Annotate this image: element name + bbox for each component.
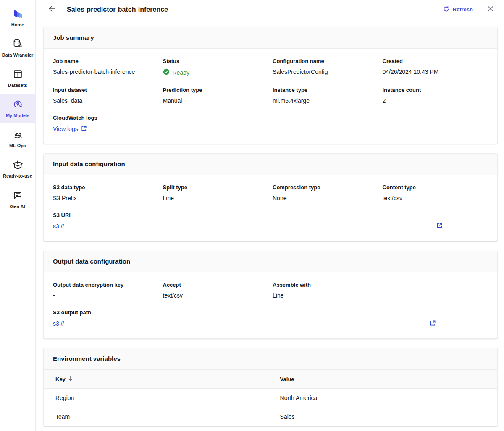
job-summary-card: Job summary Job name Sales-predictor-bat… <box>43 27 498 144</box>
page-header: Sales-predictor-batch-inference Refresh <box>36 0 504 19</box>
field-instance-type: Instance type ml.m5.4xlarge <box>273 87 378 104</box>
status-text: Ready <box>173 69 189 76</box>
refresh-icon <box>443 6 449 13</box>
field-label: Prediction type <box>163 87 269 93</box>
field-value: Manual <box>163 97 269 104</box>
field-label: Split type <box>163 184 269 191</box>
external-link-icon <box>81 125 87 133</box>
environment-variables-card: Environment variables Key <box>43 348 498 426</box>
sidebar-item-label: Gen AI <box>10 204 25 209</box>
field-s3-data-type: S3 data type S3 Prefix <box>53 184 159 201</box>
card-title: Input data configuration <box>53 160 125 167</box>
external-link-icon <box>436 222 443 230</box>
field-status: Status Ready <box>163 58 269 76</box>
sidebar-item-my-models[interactable]: My Models <box>0 94 35 123</box>
datasets-icon <box>12 68 24 80</box>
field-label: Accept <box>163 282 269 288</box>
link-label: s3:// <box>53 223 64 230</box>
field-label: Compression type <box>273 184 378 191</box>
output-config-card: Output data configuration Output data en… <box>43 251 498 339</box>
field-label: S3 URI <box>53 212 488 218</box>
field-accept: Accept text/csv <box>163 282 269 299</box>
field-job-name: Job name Sales-predictor-batch-inference <box>53 58 159 76</box>
env-key-cell: Team <box>44 407 268 426</box>
sidebar-item-label: ML Ops <box>9 143 26 148</box>
link-label: s3:// <box>53 320 64 327</box>
main-area: Sales-predictor-batch-inference Refresh … <box>36 0 504 431</box>
open-s3-output-button[interactable] <box>430 320 436 327</box>
sidebar-item-label: Data Wrangler <box>2 52 33 57</box>
field-input-dataset: Input dataset Sales_data <box>53 87 159 104</box>
field-label: Content type <box>383 184 488 191</box>
field-label: Job name <box>53 58 159 64</box>
field-label: Input dataset <box>53 87 159 93</box>
ml-ops-icon <box>12 129 24 140</box>
sidebar-item-ready-to-use[interactable]: Ready-to-use <box>0 154 35 184</box>
field-value: text/csv <box>163 292 269 299</box>
external-link-icon <box>430 320 436 327</box>
s3-output-path-link[interactable]: s3:// <box>53 320 64 327</box>
refresh-label: Refresh <box>453 6 473 13</box>
field-value: SalesPredictorConfig <box>273 68 378 75</box>
close-button[interactable] <box>487 5 494 13</box>
page-title: Sales-predictor-batch-inference <box>67 6 168 13</box>
sidebar-item-label: My Models <box>6 113 29 118</box>
environment-variables-header: Environment variables <box>44 348 497 370</box>
field-instance-count: Instance count 2 <box>383 87 488 104</box>
sidebar-item-data-wrangler[interactable]: Data Wrangler <box>0 34 35 63</box>
field-encryption-key: Output data encryption key - <box>53 282 159 299</box>
page-content: Job summary Job name Sales-predictor-bat… <box>36 19 504 431</box>
field-label: CloudWatch logs <box>53 115 488 121</box>
card-title: Environment variables <box>53 355 121 362</box>
field-value: Line <box>163 195 269 201</box>
field-label: Instance type <box>273 87 378 93</box>
field-label: Configuration name <box>273 58 378 64</box>
field-label: S3 output path <box>53 309 488 316</box>
open-s3-uri-button[interactable] <box>436 222 443 230</box>
sidebar-item-gen-ai[interactable]: Gen AI <box>0 185 35 214</box>
canvas-logo-icon <box>12 8 24 19</box>
env-value-cell: Sales <box>268 407 497 426</box>
field-split-type: Split type Line <box>163 184 269 201</box>
field-label: S3 data type <box>53 184 159 191</box>
back-button[interactable] <box>47 5 57 14</box>
field-configuration-name: Configuration name SalesPredictorConfig <box>273 58 378 76</box>
field-label: Status <box>163 58 269 64</box>
sidebar-item-label: Home <box>11 22 24 27</box>
sidebar-item-ml-ops[interactable]: ML Ops <box>0 124 35 154</box>
field-value: 2 <box>383 97 488 104</box>
env-key-cell: Region <box>44 389 268 407</box>
column-label: Value <box>280 376 294 382</box>
field-value: - <box>53 292 159 299</box>
field-cloudwatch-logs: CloudWatch logs View logs <box>53 115 488 133</box>
job-summary-header: Job summary <box>44 27 497 49</box>
field-s3-output-path: S3 output path s3:// <box>53 309 488 327</box>
field-label: Instance count <box>383 87 488 93</box>
field-created: Created 04/26/2024 10:43 PM <box>383 58 488 76</box>
sidebar-item-home[interactable]: Home <box>0 3 35 33</box>
link-label: View logs <box>53 125 78 132</box>
back-arrow-icon <box>48 5 56 14</box>
input-config-header: Input data configuration <box>44 154 497 175</box>
field-value: ml.m5.4xlarge <box>273 97 378 104</box>
sort-descending-icon <box>68 376 73 382</box>
field-value: Sales-predictor-batch-inference <box>53 68 159 75</box>
close-icon <box>487 5 494 13</box>
card-title: Output data configuration <box>53 258 130 265</box>
table-row: Team Sales <box>44 407 497 426</box>
refresh-button[interactable]: Refresh <box>443 6 473 13</box>
my-models-icon <box>12 99 24 110</box>
view-logs-link[interactable]: View logs <box>53 125 87 133</box>
column-header-value[interactable]: Value <box>268 370 497 389</box>
table-row: Region North America <box>44 389 497 407</box>
field-value: 04/26/2024 10:43 PM <box>383 68 488 75</box>
column-header-key[interactable]: Key <box>44 370 268 389</box>
input-config-card: Input data configuration S3 data type S3… <box>43 153 498 241</box>
field-value: Line <box>273 292 378 299</box>
field-assemble-with: Assemble with Line <box>273 282 378 299</box>
s3-uri-link[interactable]: s3:// <box>53 223 64 230</box>
status-badge: Ready <box>163 68 269 76</box>
field-label: Created <box>383 58 488 64</box>
sidebar-item-datasets[interactable]: Datasets <box>0 64 35 93</box>
app-sidebar: Home Data Wrangler Datasets <box>0 0 36 431</box>
